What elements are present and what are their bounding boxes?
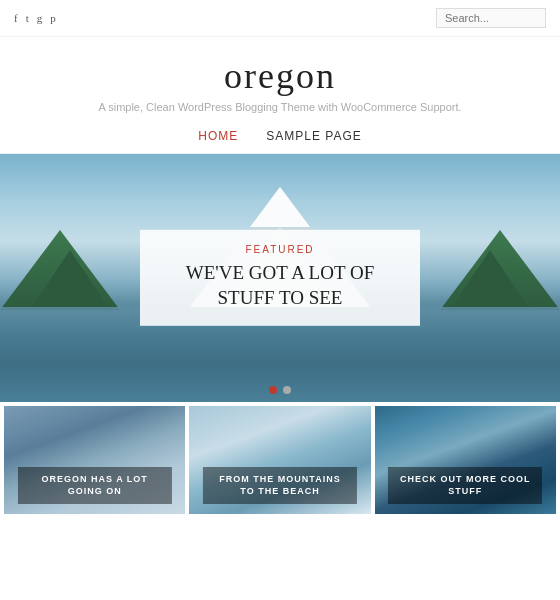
- search-input[interactable]: [436, 8, 546, 28]
- featured-box[interactable]: FEATURED WE'VE GOT A LOT OF STUFF TO SEE: [140, 230, 420, 326]
- thumb-label-2: FROM THE MOUNTAINS TO THE BEACH: [203, 467, 357, 504]
- google-icon[interactable]: g: [37, 12, 43, 24]
- thumb-item-3[interactable]: CHECK OUT MORE COOL STUFF: [375, 406, 556, 514]
- thumb-item-2[interactable]: FROM THE MOUNTAINS TO THE BEACH: [189, 406, 370, 514]
- thumb-label-1: OREGON HAS A LOT GOING ON: [18, 467, 172, 504]
- nav-item-home[interactable]: HOME: [198, 129, 238, 143]
- slider-dot-1[interactable]: [269, 386, 277, 394]
- thumb-label-3: CHECK OUT MORE COOL STUFF: [388, 467, 542, 504]
- site-nav: HOME SAMPLE PAGE: [0, 119, 560, 154]
- hero-slider: FEATURED WE'VE GOT A LOT OF STUFF TO SEE: [0, 154, 560, 402]
- mountain-snow: [250, 187, 310, 227]
- slider-dots: [269, 386, 291, 394]
- social-icons: f t g p: [14, 12, 56, 24]
- facebook-icon[interactable]: f: [14, 12, 18, 24]
- pinterest-icon[interactable]: p: [50, 12, 56, 24]
- twitter-icon[interactable]: t: [26, 12, 29, 24]
- site-title: oregon: [10, 55, 550, 97]
- featured-title: WE'VE GOT A LOT OF STUFF TO SEE: [162, 261, 398, 310]
- slider-dot-2[interactable]: [283, 386, 291, 394]
- site-header: oregon A simple, Clean WordPress Bloggin…: [0, 37, 560, 119]
- nav-item-sample[interactable]: SAMPLE PAGE: [266, 129, 361, 143]
- top-bar: f t g p: [0, 0, 560, 37]
- site-tagline: A simple, Clean WordPress Blogging Theme…: [10, 101, 550, 113]
- thumb-item-1[interactable]: OREGON HAS A LOT GOING ON: [4, 406, 185, 514]
- thumbnail-grid: OREGON HAS A LOT GOING ON FROM THE MOUNT…: [0, 402, 560, 514]
- featured-label: FEATURED: [162, 244, 398, 255]
